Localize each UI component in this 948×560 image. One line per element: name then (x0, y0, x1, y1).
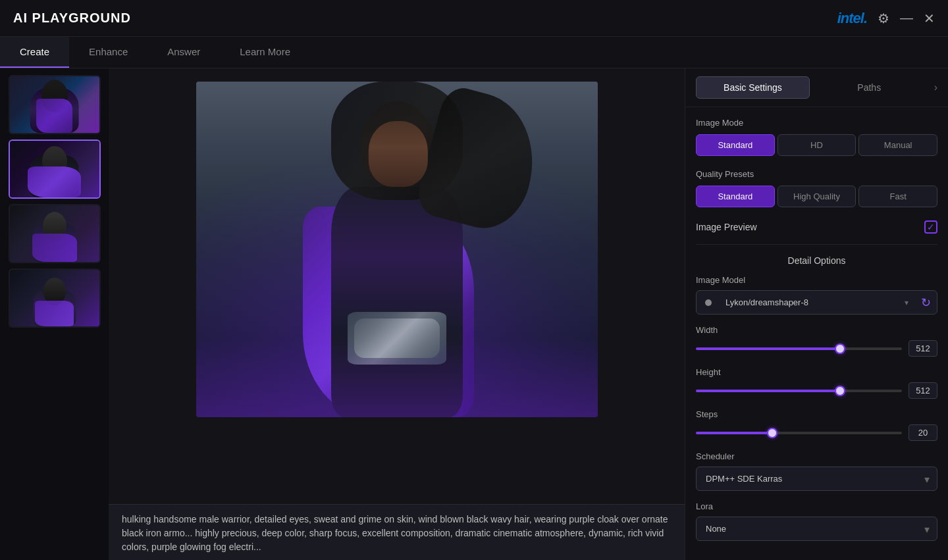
thumbnail-2[interactable] (9, 140, 101, 199)
mode-btn-hd[interactable]: HD (777, 134, 856, 156)
tab-bar: Create Enhance Answer Learn More (0, 37, 948, 68)
intel-logo: intel. (837, 10, 867, 27)
quality-btn-fast[interactable]: Fast (858, 186, 937, 207)
checkbox-check-icon: ✓ (927, 222, 935, 232)
tab-paths[interactable]: Paths (812, 76, 926, 99)
model-chevron-icon: ▾ (905, 298, 908, 307)
panel-content: Image Mode Standard HD Manual Quality Pr… (685, 107, 948, 560)
steps-slider-thumb[interactable] (767, 428, 777, 438)
mode-btn-manual[interactable]: Manual (858, 134, 937, 156)
height-group: Height 512 (696, 367, 937, 399)
header: AI PLAYGROUND intel. ⚙ — ✕ (0, 0, 948, 37)
lora-label: Lora (696, 501, 937, 511)
app-logo: AI PLAYGROUND (13, 11, 131, 26)
image-preview-checkbox[interactable]: ✓ (924, 220, 937, 234)
image-mode-label: Image Mode (696, 118, 937, 128)
tab-learn-more[interactable]: Learn More (220, 37, 310, 68)
thumbnail-1[interactable] (9, 75, 101, 134)
prompt-bar: hulking handsome male warrior, detailed … (109, 504, 685, 560)
right-panel: Basic Settings Paths › Image Mode Standa… (685, 68, 948, 560)
steps-group: Steps 20 (696, 409, 937, 441)
image-model-select[interactable]: Lykon/dreamshaper-8 (696, 290, 937, 315)
mode-btn-standard[interactable]: Standard (696, 134, 775, 156)
tab-answer[interactable]: Answer (147, 37, 220, 68)
steps-slider-row: 20 (696, 424, 937, 441)
lora-group: Lora None (696, 501, 937, 541)
quality-preset-options: Standard High Quality Fast (696, 186, 937, 207)
steps-label: Steps (696, 409, 937, 419)
scheduler-group: Scheduler DPM++ SDE Karras (696, 451, 937, 491)
main-image (196, 82, 598, 417)
model-refresh-icon[interactable]: ↻ (921, 295, 931, 310)
thumbnail-sidebar (0, 68, 109, 560)
height-value[interactable]: 512 (908, 382, 937, 399)
height-label: Height (696, 367, 937, 377)
height-slider[interactable] (696, 390, 902, 392)
width-slider[interactable] (696, 347, 902, 350)
main-area: hulking handsome male warrior, detailed … (0, 68, 948, 560)
image-model-label: Image Model (696, 275, 937, 285)
lora-select[interactable]: None (696, 517, 937, 541)
model-dot-icon (705, 299, 712, 306)
image-preview-label: Image Preview (696, 222, 918, 232)
panel-tabs: Basic Settings Paths › (685, 68, 948, 107)
main-image-container (109, 68, 685, 504)
settings-icon[interactable]: ⚙ (878, 11, 889, 26)
quality-presets-group: Quality Presets Standard High Quality Fa… (696, 169, 937, 207)
minimize-icon[interactable]: — (900, 11, 913, 26)
height-slider-thumb[interactable] (835, 386, 845, 396)
scheduler-select[interactable]: DPM++ SDE Karras (696, 467, 937, 491)
scheduler-select-wrap: DPM++ SDE Karras (696, 467, 937, 491)
image-mode-group: Image Mode Standard HD Manual (696, 118, 937, 156)
steps-slider[interactable] (696, 432, 902, 434)
detail-options-title: Detail Options (696, 255, 937, 266)
quality-btn-high[interactable]: High Quality (777, 186, 856, 207)
prompt-text[interactable]: hulking handsome male warrior, detailed … (122, 513, 672, 552)
height-slider-row: 512 (696, 382, 937, 399)
image-model-select-wrap: Lykon/dreamshaper-8 ▾ ↻ (696, 290, 937, 315)
image-preview-row: Image Preview ✓ (696, 220, 937, 245)
scheduler-label: Scheduler (696, 451, 937, 461)
steps-value[interactable]: 20 (908, 424, 937, 441)
header-right: intel. ⚙ — ✕ (837, 10, 935, 27)
image-mode-options: Standard HD Manual (696, 134, 937, 156)
image-area: hulking handsome male warrior, detailed … (109, 68, 685, 560)
width-value[interactable]: 512 (908, 340, 937, 357)
width-slider-row: 512 (696, 340, 937, 357)
width-slider-thumb[interactable] (835, 344, 845, 354)
tab-enhance[interactable]: Enhance (69, 37, 147, 68)
thumbnail-3[interactable] (9, 204, 101, 263)
width-label: Width (696, 325, 937, 335)
tab-basic-settings[interactable]: Basic Settings (696, 76, 810, 99)
panel-arrow[interactable]: › (929, 82, 937, 93)
quality-presets-label: Quality Presets (696, 169, 937, 179)
header-left: AI PLAYGROUND (13, 11, 131, 26)
quality-btn-standard[interactable]: Standard (696, 186, 775, 207)
image-model-group: Image Model Lykon/dreamshaper-8 ▾ ↻ (696, 275, 937, 315)
width-group: Width 512 (696, 325, 937, 357)
tab-create[interactable]: Create (0, 37, 69, 68)
thumbnail-4[interactable] (9, 268, 101, 328)
lora-select-wrap: None (696, 517, 937, 541)
close-icon[interactable]: ✕ (924, 11, 935, 26)
